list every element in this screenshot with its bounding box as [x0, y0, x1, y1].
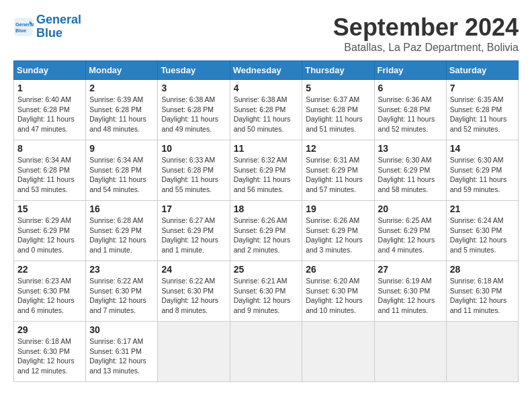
- day-number: 30: [89, 324, 154, 335]
- weekday-header-row: SundayMondayTuesdayWednesdayThursdayFrid…: [14, 61, 519, 80]
- day-number: 8: [17, 143, 82, 154]
- calendar-cell: 6Sunrise: 6:36 AM Sunset: 6:28 PM Daylig…: [374, 80, 446, 140]
- day-detail: Sunrise: 6:39 AM Sunset: 6:28 PM Dayligh…: [89, 95, 154, 134]
- calendar-cell: 16Sunrise: 6:28 AM Sunset: 6:29 PM Dayli…: [86, 201, 158, 261]
- day-number: 28: [450, 264, 515, 275]
- calendar-cell: 2Sunrise: 6:39 AM Sunset: 6:28 PM Daylig…: [86, 80, 158, 140]
- calendar-row-5: 29Sunrise: 6:18 AM Sunset: 6:30 PM Dayli…: [14, 322, 519, 382]
- day-detail: Sunrise: 6:26 AM Sunset: 6:29 PM Dayligh…: [306, 216, 370, 255]
- calendar-cell: 21Sunrise: 6:24 AM Sunset: 6:30 PM Dayli…: [446, 201, 518, 261]
- day-number: 1: [17, 83, 82, 93]
- day-number: 10: [161, 143, 226, 154]
- day-number: 22: [17, 264, 82, 275]
- day-number: 25: [234, 264, 299, 275]
- day-number: 5: [306, 83, 370, 93]
- day-detail: Sunrise: 6:28 AM Sunset: 6:29 PM Dayligh…: [89, 216, 154, 255]
- day-number: 19: [306, 203, 370, 214]
- calendar-cell: 25Sunrise: 6:21 AM Sunset: 6:30 PM Dayli…: [230, 261, 302, 322]
- logo-text: General Blue: [36, 13, 81, 40]
- day-number: 23: [89, 264, 154, 275]
- day-detail: Sunrise: 6:36 AM Sunset: 6:28 PM Dayligh…: [378, 95, 443, 134]
- day-detail: Sunrise: 6:37 AM Sunset: 6:28 PM Dayligh…: [306, 95, 370, 134]
- weekday-header-thursday: Thursday: [302, 61, 374, 80]
- subtitle: Batallas, La Paz Department, Bolivia: [333, 42, 519, 54]
- day-number: 13: [378, 143, 443, 154]
- calendar-cell: 29Sunrise: 6:18 AM Sunset: 6:30 PM Dayli…: [14, 322, 86, 382]
- day-detail: Sunrise: 6:34 AM Sunset: 6:28 PM Dayligh…: [89, 155, 154, 195]
- day-number: 20: [378, 203, 443, 214]
- calendar-cell: 20Sunrise: 6:25 AM Sunset: 6:29 PM Dayli…: [374, 201, 446, 261]
- weekday-header-tuesday: Tuesday: [158, 61, 230, 80]
- calendar-cell: 11Sunrise: 6:32 AM Sunset: 6:29 PM Dayli…: [230, 140, 302, 201]
- day-number: 3: [161, 83, 226, 93]
- calendar-cell: 5Sunrise: 6:37 AM Sunset: 6:28 PM Daylig…: [302, 80, 374, 140]
- day-detail: Sunrise: 6:32 AM Sunset: 6:29 PM Dayligh…: [234, 155, 299, 195]
- day-detail: Sunrise: 6:18 AM Sunset: 6:30 PM Dayligh…: [17, 336, 82, 376]
- day-detail: Sunrise: 6:34 AM Sunset: 6:28 PM Dayligh…: [17, 155, 82, 195]
- calendar-cell: 22Sunrise: 6:23 AM Sunset: 6:30 PM Dayli…: [14, 261, 86, 322]
- weekday-header-friday: Friday: [374, 61, 446, 80]
- day-detail: Sunrise: 6:23 AM Sunset: 6:30 PM Dayligh…: [17, 276, 82, 316]
- weekday-header-saturday: Saturday: [446, 61, 518, 80]
- day-detail: Sunrise: 6:30 AM Sunset: 6:29 PM Dayligh…: [450, 155, 515, 195]
- calendar-row-2: 8Sunrise: 6:34 AM Sunset: 6:28 PM Daylig…: [14, 140, 519, 201]
- calendar-cell: 23Sunrise: 6:22 AM Sunset: 6:30 PM Dayli…: [86, 261, 158, 322]
- day-detail: Sunrise: 6:18 AM Sunset: 6:30 PM Dayligh…: [450, 276, 515, 316]
- calendar-cell: 24Sunrise: 6:22 AM Sunset: 6:30 PM Dayli…: [158, 261, 230, 322]
- day-detail: Sunrise: 6:22 AM Sunset: 6:30 PM Dayligh…: [89, 276, 154, 316]
- day-number: 11: [234, 143, 299, 154]
- calendar-cell: [158, 322, 230, 382]
- logo-icon: General Blue: [13, 17, 34, 37]
- calendar-cell: 26Sunrise: 6:20 AM Sunset: 6:30 PM Dayli…: [302, 261, 374, 322]
- weekday-header-sunday: Sunday: [14, 61, 86, 80]
- calendar-cell: 30Sunrise: 6:17 AM Sunset: 6:31 PM Dayli…: [86, 322, 158, 382]
- day-number: 18: [234, 203, 299, 214]
- day-number: 6: [378, 83, 443, 93]
- day-detail: Sunrise: 6:38 AM Sunset: 6:28 PM Dayligh…: [234, 95, 299, 134]
- day-detail: Sunrise: 6:21 AM Sunset: 6:30 PM Dayligh…: [234, 276, 299, 316]
- calendar-cell: 3Sunrise: 6:38 AM Sunset: 6:28 PM Daylig…: [158, 80, 230, 140]
- day-detail: Sunrise: 6:20 AM Sunset: 6:30 PM Dayligh…: [306, 276, 370, 316]
- calendar-cell: 4Sunrise: 6:38 AM Sunset: 6:28 PM Daylig…: [230, 80, 302, 140]
- calendar-cell: 18Sunrise: 6:26 AM Sunset: 6:29 PM Dayli…: [230, 201, 302, 261]
- day-number: 12: [306, 143, 370, 154]
- day-number: 21: [450, 203, 515, 214]
- day-number: 9: [89, 143, 154, 154]
- calendar-cell: [374, 322, 446, 382]
- calendar-cell: 12Sunrise: 6:31 AM Sunset: 6:29 PM Dayli…: [302, 140, 374, 201]
- calendar-cell: 9Sunrise: 6:34 AM Sunset: 6:28 PM Daylig…: [86, 140, 158, 201]
- day-detail: Sunrise: 6:26 AM Sunset: 6:29 PM Dayligh…: [234, 216, 299, 255]
- title-area: September 2024 Batallas, La Paz Departme…: [333, 13, 519, 54]
- weekday-header-wednesday: Wednesday: [230, 61, 302, 80]
- weekday-header-monday: Monday: [86, 61, 158, 80]
- day-detail: Sunrise: 6:31 AM Sunset: 6:29 PM Dayligh…: [306, 155, 370, 195]
- calendar-cell: 7Sunrise: 6:35 AM Sunset: 6:28 PM Daylig…: [446, 80, 518, 140]
- day-number: 17: [161, 203, 226, 214]
- day-number: 2: [89, 83, 154, 93]
- calendar-row-3: 15Sunrise: 6:29 AM Sunset: 6:29 PM Dayli…: [14, 201, 519, 261]
- calendar-cell: [230, 322, 302, 382]
- day-number: 14: [450, 143, 515, 154]
- svg-text:Blue: Blue: [15, 27, 26, 33]
- day-detail: Sunrise: 6:30 AM Sunset: 6:29 PM Dayligh…: [378, 155, 443, 195]
- day-number: 15: [17, 203, 82, 214]
- day-detail: Sunrise: 6:25 AM Sunset: 6:29 PM Dayligh…: [378, 216, 443, 255]
- logo: General Blue General Blue: [13, 13, 81, 40]
- day-detail: Sunrise: 6:17 AM Sunset: 6:31 PM Dayligh…: [89, 336, 154, 376]
- calendar-cell: 17Sunrise: 6:27 AM Sunset: 6:29 PM Dayli…: [158, 201, 230, 261]
- calendar-table: SundayMondayTuesdayWednesdayThursdayFrid…: [13, 60, 519, 382]
- calendar-cell: 27Sunrise: 6:19 AM Sunset: 6:30 PM Dayli…: [374, 261, 446, 322]
- calendar-cell: [446, 322, 518, 382]
- calendar-row-1: 1Sunrise: 6:40 AM Sunset: 6:28 PM Daylig…: [14, 80, 519, 140]
- day-detail: Sunrise: 6:29 AM Sunset: 6:29 PM Dayligh…: [17, 216, 82, 255]
- calendar-cell: 14Sunrise: 6:30 AM Sunset: 6:29 PM Dayli…: [446, 140, 518, 201]
- month-title: September 2024: [333, 13, 519, 42]
- calendar-cell: 8Sunrise: 6:34 AM Sunset: 6:28 PM Daylig…: [14, 140, 86, 201]
- day-number: 26: [306, 264, 370, 275]
- day-number: 7: [450, 83, 515, 93]
- day-detail: Sunrise: 6:22 AM Sunset: 6:30 PM Dayligh…: [161, 276, 226, 316]
- day-detail: Sunrise: 6:33 AM Sunset: 6:28 PM Dayligh…: [161, 155, 226, 195]
- day-number: 27: [378, 264, 443, 275]
- calendar-cell: 19Sunrise: 6:26 AM Sunset: 6:29 PM Dayli…: [302, 201, 374, 261]
- calendar-row-4: 22Sunrise: 6:23 AM Sunset: 6:30 PM Dayli…: [14, 261, 519, 322]
